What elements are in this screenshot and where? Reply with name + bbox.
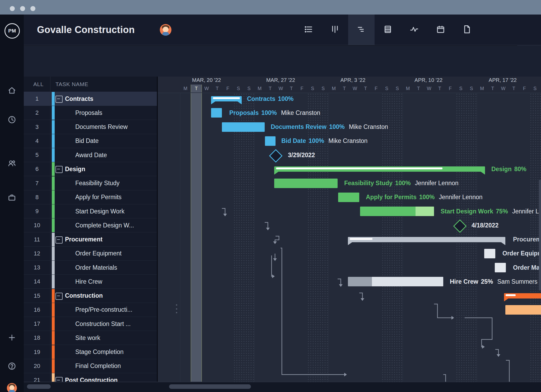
task-name[interactable]: Order Materials	[75, 260, 117, 275]
task-name[interactable]: Order Equipment	[75, 246, 122, 261]
view-tab-gantt-active[interactable]	[348, 15, 375, 45]
task-name[interactable]: Documents Review	[75, 120, 128, 134]
view-tab-activity[interactable]	[401, 15, 427, 45]
task-color-bar	[52, 303, 55, 317]
task-name[interactable]: Site work	[75, 331, 100, 345]
sidebar-briefcase-icon[interactable]	[0, 192, 24, 204]
column-header-all[interactable]: ALL	[33, 77, 44, 92]
sidebar-help-icon[interactable]	[0, 360, 24, 372]
task-name[interactable]: Hire Crew	[75, 274, 102, 289]
milestone-diamond[interactable]	[269, 149, 283, 163]
view-tab-sheet[interactable]	[375, 15, 401, 45]
document-icon	[462, 25, 472, 35]
view-tab-document[interactable]	[454, 15, 480, 45]
view-tab-calendar[interactable]	[427, 15, 454, 45]
day-letter: T	[434, 85, 445, 92]
task-row-9[interactable]: 9Start Design Work	[24, 204, 157, 218]
task-name[interactable]: Award Date	[75, 148, 107, 162]
column-header-taskname[interactable]: TASK NAME	[55, 77, 88, 92]
task-name[interactable]: Contracts	[65, 92, 93, 106]
project-owner-avatar[interactable]	[160, 24, 171, 36]
task-panel-scrollbar-thumb[interactable]	[27, 384, 51, 389]
task-name[interactable]: Procurement	[65, 232, 102, 247]
task-bar[interactable]	[484, 249, 495, 258]
task-bar[interactable]	[338, 193, 359, 202]
bar-label-assignee: Mike Cranston	[281, 109, 320, 116]
sidebar-home-icon[interactable]	[0, 85, 24, 97]
task-name[interactable]: Start Design Work	[75, 204, 124, 218]
sidebar-plus-icon[interactable]	[0, 332, 24, 344]
task-row-16[interactable]: 16Prep/Pre-constructi...	[24, 303, 157, 317]
window-control-dot[interactable]	[10, 6, 15, 11]
task-row-21[interactable]: 21Post Construction	[24, 373, 157, 382]
task-row-13[interactable]: 13Order Materials	[24, 260, 157, 275]
bar-label-name: Apply for Permits	[366, 194, 417, 201]
browser-title-bar	[0, 0, 541, 15]
task-name[interactable]: Construction Start ...	[75, 317, 131, 331]
task-bar[interactable]	[265, 136, 276, 146]
task-row-7[interactable]: 7Feasibility Study	[24, 176, 157, 190]
task-row-8[interactable]: 8Apply for Permits	[24, 190, 157, 204]
left-sidebar: PM	[0, 15, 24, 392]
bar-label-percent: 100%	[261, 109, 277, 116]
task-name[interactable]: Stage Completion	[75, 345, 124, 359]
task-row-1[interactable]: 1Contracts	[24, 92, 157, 106]
collapse-toggle-icon[interactable]	[55, 166, 63, 173]
task-row-10[interactable]: 10Complete Design W...	[24, 218, 157, 232]
task-bar[interactable]	[211, 108, 222, 118]
sidebar-clock-icon[interactable]	[0, 114, 24, 126]
task-name[interactable]: Complete Design W...	[75, 218, 134, 232]
summary-progress-stripe	[276, 167, 442, 169]
task-row-5[interactable]: 5Award Date	[24, 148, 157, 162]
task-row-12[interactable]: 12Order Equipment	[24, 246, 157, 261]
view-tab-kanban[interactable]	[322, 15, 348, 45]
sidebar-users-icon[interactable]	[0, 157, 24, 169]
row-number: 21	[24, 373, 50, 382]
bar-label-percent: 75%	[496, 208, 508, 215]
task-row-6[interactable]: 6Design	[24, 162, 157, 176]
task-color-bar	[52, 134, 55, 148]
window-control-dot[interactable]	[30, 6, 35, 11]
week-label: MAR, 20 '22	[192, 77, 221, 84]
task-row-4[interactable]: 4Bid Date	[24, 134, 157, 148]
task-row-17[interactable]: 17Construction Start ...	[24, 317, 157, 331]
window-control-dot[interactable]	[20, 6, 25, 11]
task-row-3[interactable]: 3Documents Review	[24, 120, 157, 134]
pm-logo[interactable]: PM	[4, 23, 20, 39]
task-row-15[interactable]: 15Construction	[24, 289, 157, 303]
task-bar[interactable]	[505, 305, 541, 315]
task-name[interactable]: Feasibility Study	[75, 176, 119, 190]
task-bar[interactable]	[495, 263, 506, 272]
day-letter: T	[413, 85, 424, 92]
task-name[interactable]: Post Construction	[65, 373, 118, 382]
task-name[interactable]: Design	[65, 162, 85, 176]
task-name[interactable]: Proposals	[75, 106, 102, 120]
task-color-bar	[52, 120, 55, 134]
task-name[interactable]: Prep/Pre-constructi...	[75, 303, 132, 317]
week-label: APR, 17 '22	[489, 77, 517, 84]
task-row-2[interactable]: 2Proposals	[24, 106, 157, 120]
collapse-toggle-icon[interactable]	[55, 236, 63, 244]
task-name[interactable]: Bid Date	[75, 134, 99, 148]
bar-label: Apply for Permits100%Jennifer Lennon	[366, 190, 483, 204]
task-name[interactable]: Construction	[65, 289, 103, 303]
task-row-19[interactable]: 19Stage Completion	[24, 345, 157, 359]
collapse-toggle-icon[interactable]	[55, 293, 63, 300]
task-row-18[interactable]: 18Site work	[24, 331, 157, 345]
task-row-14[interactable]: 14Hire Crew	[24, 274, 157, 289]
view-tab-list[interactable]	[295, 15, 322, 45]
task-row-20[interactable]: 20Final Completion	[24, 359, 157, 373]
day-letter: S	[466, 85, 477, 92]
task-name[interactable]: Final Completion	[75, 359, 121, 373]
task-row-11[interactable]: 11Procurement	[24, 232, 157, 247]
user-avatar[interactable]	[7, 383, 17, 392]
collapse-toggle-icon[interactable]	[55, 96, 63, 103]
day-letter: S	[233, 85, 244, 92]
task-name[interactable]: Apply for Permits	[75, 190, 122, 204]
task-bar[interactable]	[222, 122, 265, 132]
collapse-toggle-icon[interactable]	[55, 377, 63, 382]
task-bar[interactable]	[274, 179, 338, 188]
vertical-scrollbar-thumb[interactable]	[539, 180, 541, 291]
panel-resize-handle[interactable]	[176, 304, 178, 313]
gantt-scrollbar-thumb[interactable]	[169, 384, 251, 389]
